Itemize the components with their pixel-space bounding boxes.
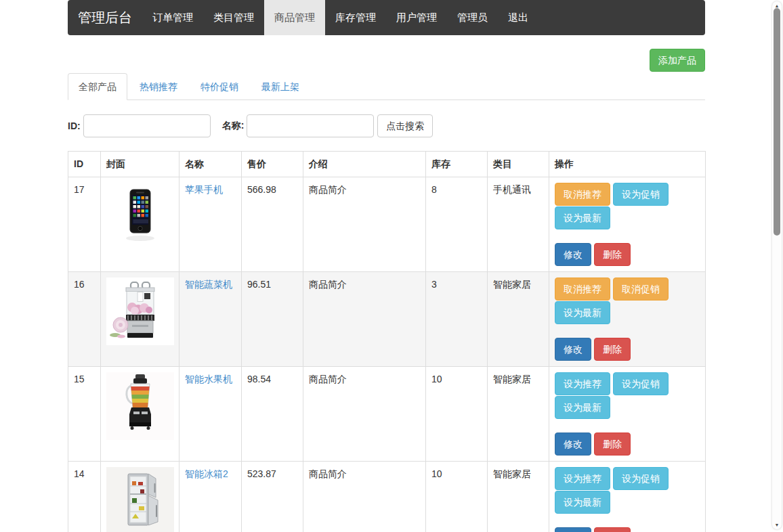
- toggle-button-1[interactable]: 取消推荐: [555, 278, 610, 301]
- edit-button[interactable]: 修改: [555, 243, 591, 266]
- nav-item-4[interactable]: 库存管理: [325, 0, 386, 35]
- product-row-17: 17 苹果手机566.98商品简介8手机通讯取消推荐设为促销设为最新修改删除: [68, 177, 706, 272]
- toggle-button-3[interactable]: 设为最新: [555, 396, 610, 419]
- edit-delete-group: 修改删除: [555, 338, 700, 361]
- product-intro-cell: 商品简介: [303, 462, 426, 532]
- toggle-button-2[interactable]: 设为促销: [613, 372, 669, 395]
- blender-product-image: [106, 372, 174, 440]
- tab-1[interactable]: 全部产品: [68, 73, 127, 100]
- tab-2[interactable]: 热销推荐: [129, 73, 188, 100]
- delete-button[interactable]: 删除: [594, 338, 631, 361]
- main-container: 管理后台 订单管理类目管理商品管理库存管理用户管理管理员退出 添加产品 全部产品…: [68, 0, 705, 532]
- toggle-button-2[interactable]: 设为促销: [613, 183, 669, 206]
- product-name-cell: 智能水果机: [179, 367, 242, 462]
- edit-button[interactable]: 修改: [555, 338, 591, 361]
- nav-item-5[interactable]: 用户管理: [386, 0, 447, 35]
- product-name-link[interactable]: 智能蔬菜机: [185, 279, 232, 290]
- toggle-buttons-group: 取消推荐设为促销设为最新: [555, 183, 700, 230]
- edit-button[interactable]: 修改: [555, 433, 591, 456]
- product-table: ID封面名称售价介绍库存类目操作 17 苹果手机566.98商品简介8手机通讯取…: [68, 151, 706, 532]
- table-body: 17 苹果手机566.98商品简介8手机通讯取消推荐设为促销设为最新修改删除16…: [68, 177, 706, 532]
- name-label: 名称:: [222, 120, 245, 132]
- toggle-buttons-group: 设为推荐设为促销设为最新: [555, 467, 700, 514]
- nav-menu: 订单管理类目管理商品管理库存管理用户管理管理员退出: [142, 0, 538, 35]
- product-id-cell: 15: [68, 367, 101, 462]
- product-name-cell: 智能冰箱2: [179, 462, 242, 532]
- nav-item-7[interactable]: 退出: [498, 0, 538, 35]
- toggle-buttons-group: 取消推荐取消促销设为最新: [555, 278, 700, 325]
- nav-item-2[interactable]: 类目管理: [203, 0, 264, 35]
- nav-item-1[interactable]: 订单管理: [142, 0, 203, 35]
- toggle-button-3[interactable]: 设为最新: [555, 301, 610, 324]
- product-actions-cell: 设为推荐设为促销设为最新修改删除: [549, 367, 706, 462]
- product-id-cell: 16: [68, 272, 101, 367]
- column-header-2: 封面: [101, 152, 179, 177]
- product-name-link[interactable]: 智能水果机: [185, 374, 232, 384]
- table-header-row: ID封面名称售价介绍库存类目操作: [68, 152, 706, 177]
- toggle-button-1[interactable]: 设为推荐: [555, 467, 610, 490]
- product-intro-cell: 商品简介: [303, 367, 426, 462]
- search-button[interactable]: 点击搜索: [377, 114, 433, 137]
- delete-button[interactable]: 删除: [594, 433, 631, 456]
- name-input[interactable]: [247, 114, 374, 137]
- product-category-cell: 智能家居: [488, 462, 549, 532]
- product-price-cell: 523.87: [242, 462, 303, 532]
- edit-button[interactable]: 修改: [555, 527, 591, 532]
- toggle-button-1[interactable]: 取消推荐: [555, 183, 610, 206]
- scroll-down-icon[interactable]: ▼: [772, 522, 782, 528]
- delete-button[interactable]: 删除: [594, 243, 631, 266]
- id-input[interactable]: [83, 114, 211, 137]
- vertical-scrollbar[interactable]: ▲ ▼: [772, 1, 782, 529]
- toggle-button-1[interactable]: 设为推荐: [555, 372, 610, 395]
- product-actions-cell: 设为推荐设为促销设为最新修改删除: [549, 462, 706, 532]
- column-header-6: 库存: [426, 152, 488, 177]
- tab-3[interactable]: 特价促销: [190, 73, 249, 100]
- delete-button[interactable]: 删除: [594, 527, 631, 532]
- product-actions-cell: 取消推荐设为促销设为最新修改删除: [549, 177, 706, 272]
- toggle-button-2[interactable]: 取消促销: [613, 278, 669, 301]
- product-name-cell: 智能蔬菜机: [179, 272, 242, 367]
- column-header-8: 操作: [549, 152, 706, 177]
- product-cover-cell: [101, 367, 179, 462]
- product-cover-cell: [101, 177, 179, 272]
- toggle-buttons-group: 设为推荐设为促销设为最新: [555, 372, 700, 420]
- product-name-link[interactable]: 苹果手机: [185, 184, 223, 195]
- product-stock-cell: 10: [426, 367, 488, 462]
- product-name-link[interactable]: 智能冰箱2: [185, 468, 228, 479]
- product-intro-cell: 商品简介: [303, 177, 426, 272]
- product-actions-cell: 取消推荐取消促销设为最新修改删除: [549, 272, 706, 367]
- product-price-cell: 98.54: [242, 367, 303, 462]
- toggle-button-3[interactable]: 设为最新: [555, 491, 610, 514]
- brand-title: 管理后台: [68, 0, 142, 35]
- product-id-cell: 14: [68, 462, 101, 532]
- edit-delete-group: 修改删除: [555, 243, 700, 266]
- product-row-15: 15 智能水果机98.54商品简介10智能家居设为推荐设为促销设为最新修改删除: [68, 367, 706, 462]
- product-category-cell: 智能家居: [488, 272, 549, 367]
- product-cover-cell: [101, 462, 179, 532]
- toggle-button-2[interactable]: 设为促销: [613, 467, 669, 490]
- nav-item-6[interactable]: 管理员: [447, 0, 498, 35]
- column-header-5: 介绍: [303, 152, 426, 177]
- tab-4[interactable]: 最新上架: [251, 73, 310, 100]
- scrollbar-thumb[interactable]: [774, 8, 780, 236]
- product-price-cell: 566.98: [242, 177, 303, 272]
- nav-item-3[interactable]: 商品管理: [264, 0, 325, 35]
- product-id-cell: 17: [68, 177, 101, 272]
- food-processor-product-image: [106, 278, 174, 345]
- toggle-button-3[interactable]: 设为最新: [555, 206, 610, 229]
- product-row-16: 16 智能蔬菜机96.51商品简介3智能家居取消推荐取消促销设为最新修改删除: [68, 272, 706, 367]
- add-product-button[interactable]: 添加产品: [650, 49, 705, 72]
- column-header-1: ID: [68, 152, 101, 177]
- product-name-cell: 苹果手机: [179, 177, 242, 272]
- fridge-product-image: [106, 467, 174, 532]
- iphone-product-image: [106, 183, 174, 250]
- product-stock-cell: 10: [426, 462, 488, 532]
- product-intro-cell: 商品简介: [303, 272, 426, 367]
- column-header-3: 名称: [179, 152, 242, 177]
- column-header-7: 类目: [488, 152, 549, 177]
- edit-delete-group: 修改删除: [555, 433, 700, 456]
- edit-delete-group: 修改删除: [555, 527, 700, 532]
- top-navbar: 管理后台 订单管理类目管理商品管理库存管理用户管理管理员退出: [68, 0, 705, 35]
- product-stock-cell: 8: [426, 177, 488, 272]
- product-category-cell: 智能家居: [488, 367, 549, 462]
